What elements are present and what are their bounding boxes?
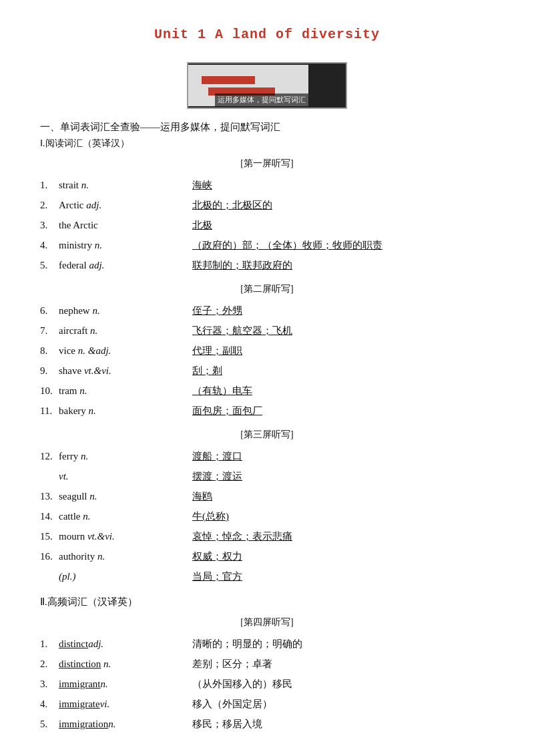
item-num: 11. (40, 401, 59, 421)
item-meaning: 移入（外国定居） (192, 694, 494, 714)
item-word: (pl.) (59, 566, 192, 586)
item-meaning: 海峡 (192, 175, 494, 195)
item-num (40, 466, 59, 486)
item-num: 2. (40, 654, 59, 674)
item-word: authority n. (59, 546, 192, 566)
item-num: 4. (40, 694, 59, 714)
item-meaning: 侄子；外甥 (192, 301, 494, 321)
item-num: 1. (40, 175, 59, 195)
item-meaning: 飞行器；航空器；飞机 (192, 321, 494, 341)
item-word: the Arctic (59, 215, 192, 235)
table-row: 14. cattle n. 牛(总称) (40, 506, 494, 526)
item-num: 8. (40, 341, 59, 361)
item-num: 14. (40, 506, 59, 526)
item-meaning: （有轨）电车 (192, 381, 494, 401)
media-text-overlay: 运用多媒体，提问默写词汇 (215, 93, 308, 106)
item-meaning: 联邦制的；联邦政府的 (192, 255, 494, 275)
item-num: 12. (40, 446, 59, 466)
subsection1-header: Ⅰ.阅读词汇（英译汉） (40, 138, 494, 150)
screen2-table: 6. nephew n. 侄子；外甥 7. aircraft n. 飞行器；航空… (40, 301, 494, 421)
item-word: seagull n. (59, 486, 192, 506)
item-meaning: 代理；副职 (192, 341, 494, 361)
item-num: 15. (40, 526, 59, 546)
table-row: vt. 摆渡；渡运 (40, 466, 494, 486)
table-row: 5. immigrationn. 移民；移居入境 (40, 714, 494, 734)
media-red-bars (202, 76, 275, 96)
table-row: 7. aircraft n. 飞行器；航空器；飞机 (40, 321, 494, 341)
item-meaning: 权威；权力 (192, 546, 494, 566)
table-row: 2. distinction n. 差别；区分；卓著 (40, 654, 494, 674)
item-num: 16. (40, 546, 59, 566)
item-word: Arctic adj. (59, 195, 192, 215)
screen1-table: 1. strait n. 海峡 2. Arctic adj. 北极的；北极区的 … (40, 175, 494, 275)
table-row: 1. strait n. 海峡 (40, 175, 494, 195)
item-num: 3. (40, 215, 59, 235)
item-word: cattle n. (59, 506, 192, 526)
media-box-wrapper: 运用多媒体，提问默写词汇 (40, 62, 494, 109)
item-word: distinction n. (59, 654, 192, 674)
item-word: vice n. &adj. (59, 341, 192, 361)
item-num: 9. (40, 361, 59, 381)
item-meaning: 北极 (192, 215, 494, 235)
item-word: nephew n. (59, 301, 192, 321)
table-row: 5. federal adj. 联邦制的；联邦政府的 (40, 255, 494, 275)
screen4-table: 1. distinctadj. 清晰的；明显的；明确的 2. distincti… (40, 634, 494, 734)
item-word: ferry n. (59, 446, 192, 466)
item-meaning: 面包房；面包厂 (192, 401, 494, 421)
item-meaning: 当局；官方 (192, 566, 494, 586)
table-row: 13. seagull n. 海鸥 (40, 486, 494, 506)
item-meaning: 刮；剃 (192, 361, 494, 381)
screen4-label: [第四屏听写] (40, 616, 494, 628)
item-word: bakery n. (59, 401, 192, 421)
red-bar-1 (202, 76, 255, 84)
media-box: 运用多媒体，提问默写词汇 (187, 62, 347, 109)
table-row: 16. authority n. 权威；权力 (40, 546, 494, 566)
table-row: 4. ministry n. （政府的）部；（全体）牧师；牧师的职责 (40, 235, 494, 255)
table-row: 10. tram n. （有轨）电车 (40, 381, 494, 401)
item-num (40, 566, 59, 586)
item-meaning: 哀悼；悼念；表示悲痛 (192, 526, 494, 546)
item-word: tram n. (59, 381, 192, 401)
table-row: 4. immigratevi. 移入（外国定居） (40, 694, 494, 714)
table-row: (pl.) 当局；官方 (40, 566, 494, 586)
item-meaning: （从外国移入的）移民 (192, 674, 494, 694)
table-row: 12. ferry n. 渡船；渡口 (40, 446, 494, 466)
screen2-label: [第二屏听写] (40, 283, 494, 295)
table-row: 3. the Arctic 北极 (40, 215, 494, 235)
section1-header: 一、单词表词汇全查验——运用多媒体，提问默写词汇 (40, 121, 494, 134)
item-num: 5. (40, 714, 59, 734)
section2-header: Ⅱ.高频词汇（汉译英） (40, 596, 494, 608)
item-word: strait n. (59, 175, 192, 195)
screen3-table: 12. ferry n. 渡船；渡口 vt. 摆渡；渡运 13. seagull… (40, 446, 494, 586)
item-word: immigrantn. (59, 674, 192, 694)
item-num: 4. (40, 235, 59, 255)
item-meaning: 牛(总称) (192, 506, 494, 526)
table-row: 6. nephew n. 侄子；外甥 (40, 301, 494, 321)
item-meaning: 移民；移居入境 (192, 714, 494, 734)
item-num: 6. (40, 301, 59, 321)
item-meaning: 清晰的；明显的；明确的 (192, 634, 494, 654)
item-word: immigratevi. (59, 694, 192, 714)
item-meaning: 渡船；渡口 (192, 446, 494, 466)
table-row: 1. distinctadj. 清晰的；明显的；明确的 (40, 634, 494, 654)
item-num: 10. (40, 381, 59, 401)
screen3-label: [第三屏听写] (40, 429, 494, 441)
item-meaning: 差别；区分；卓著 (192, 654, 494, 674)
item-num: 3. (40, 674, 59, 694)
item-word: aircraft n. (59, 321, 192, 341)
table-row: 15. mourn vt.&vi. 哀悼；悼念；表示悲痛 (40, 526, 494, 546)
page-title: Unit 1 A land of diversity (40, 27, 494, 42)
table-row: 2. Arctic adj. 北极的；北极区的 (40, 195, 494, 215)
screen1-label: [第一屏听写] (40, 158, 494, 170)
table-row: 8. vice n. &adj. 代理；副职 (40, 341, 494, 361)
item-word: immigrationn. (59, 714, 192, 734)
item-num: 5. (40, 255, 59, 275)
item-word: ministry n. (59, 235, 192, 255)
item-word: distinctadj. (59, 634, 192, 654)
item-num: 2. (40, 195, 59, 215)
item-word: federal adj. (59, 255, 192, 275)
table-row: 3. immigrantn. （从外国移入的）移民 (40, 674, 494, 694)
media-inner: 运用多媒体，提问默写词汇 (188, 65, 308, 106)
item-num: 1. (40, 634, 59, 654)
item-word: mourn vt.&vi. (59, 526, 192, 546)
